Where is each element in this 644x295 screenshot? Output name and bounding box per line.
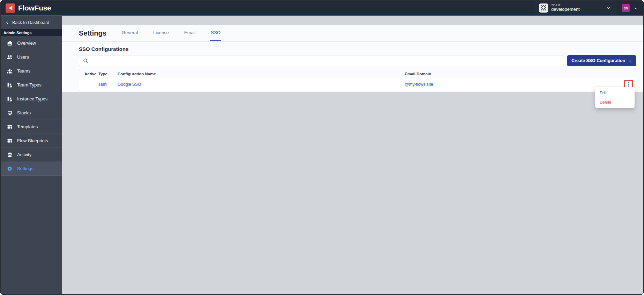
gear-icon (7, 166, 13, 172)
user-group-icon (7, 68, 13, 74)
create-button-label: Create SSO Configuration (571, 58, 625, 63)
color-swatch-icon (7, 96, 13, 102)
top-header: FlowFuse (1, 1, 643, 16)
tab-email[interactable]: Email (184, 25, 196, 41)
desktop-icon (7, 110, 13, 116)
team-avatar-icon (539, 3, 548, 13)
column-header-email-domain: Email Domain (399, 70, 612, 78)
table-header-row: Active Type Configuration Name Email Dom… (79, 70, 636, 78)
user-menu[interactable]: sh (616, 4, 643, 12)
row-context-menu: Edit Delete (595, 87, 635, 108)
sidebar-item-label: Team Types (17, 82, 42, 88)
page-title: Settings (79, 29, 106, 37)
user-avatar: sh (622, 4, 630, 12)
table-row[interactable]: saml Google SSO @my-flows.site (79, 78, 636, 91)
back-to-dashboard-button[interactable]: ‹ Back to Dashboard (1, 16, 62, 29)
sidebar-item-team-types[interactable]: Team Types (1, 78, 62, 92)
sidebar-item-label: Templates (17, 124, 38, 129)
admin-settings-label: Admin Settings (1, 29, 62, 36)
template-icon (7, 138, 13, 144)
menu-item-delete[interactable]: Delete (595, 97, 635, 107)
sidebar-item-teams[interactable]: Teams (1, 64, 62, 78)
plus-icon: + (628, 58, 632, 64)
toolbar: Create SSO Configuration + (62, 55, 643, 66)
tab-general[interactable]: General (121, 25, 138, 41)
search-input[interactable] (91, 58, 560, 63)
chevron-down-icon (606, 6, 611, 10)
create-sso-configuration-button[interactable]: Create SSO Configuration + (567, 55, 636, 66)
tab-license[interactable]: License (152, 25, 170, 41)
sidebar-item-label: Flow Blueprints (17, 138, 48, 143)
sidebar-item-overview[interactable]: Overview (1, 36, 62, 50)
search-box[interactable] (79, 55, 564, 66)
sidebar-item-templates[interactable]: Templates (1, 120, 62, 134)
sidebar-item-label: Stacks (17, 110, 31, 115)
sidebar-item-flow-blueprints[interactable]: Flow Blueprints (1, 134, 62, 148)
chevron-down-icon (634, 6, 638, 10)
app-window: FlowFuse (0, 0, 644, 295)
flowfuse-logo[interactable]: FlowFuse (6, 3, 51, 13)
main-area: Settings General License Email SSO SSO C… (62, 16, 643, 295)
database-icon (7, 152, 13, 158)
sidebar-item-label: Activity (17, 152, 31, 157)
sidebar-item-label: Settings (17, 166, 33, 171)
team-selector[interactable]: TEAM: developement (533, 1, 616, 15)
search-icon (83, 58, 88, 63)
template-icon (7, 124, 13, 130)
cell-configuration-name-link[interactable]: Google SSO (118, 82, 141, 87)
cell-type-link[interactable]: saml (98, 82, 107, 87)
brand-name: FlowFuse (18, 4, 51, 12)
menu-item-edit[interactable]: Edit (595, 88, 635, 97)
chevron-left-icon: ‹ (6, 19, 8, 25)
flowfuse-logo-icon (6, 3, 15, 13)
tabs-row: Settings General License Email SSO (62, 25, 643, 41)
sidebar-item-users[interactable]: Users (1, 50, 62, 64)
briefcase-icon (7, 40, 13, 46)
column-header-actions (612, 70, 636, 78)
sidebar-item-activity[interactable]: Activity (1, 148, 62, 162)
sidebar-item-label: Teams (17, 68, 30, 74)
tab-sso[interactable]: SSO (210, 25, 221, 41)
color-swatch-icon (7, 82, 13, 88)
column-header-active: Active (79, 70, 93, 78)
users-icon (7, 54, 13, 60)
cell-email-domain-link[interactable]: @my-flows.site (405, 82, 433, 87)
sidebar-item-settings[interactable]: Settings (1, 162, 62, 176)
sidebar-item-label: Users (17, 54, 29, 60)
team-name: developement (551, 7, 580, 12)
column-header-configuration-name: Configuration Name (112, 70, 399, 78)
sidebar-item-instance-types[interactable]: Instance Types (1, 92, 62, 106)
section-title: SSO Configurations (79, 46, 643, 52)
settings-panel: Settings General License Email SSO SSO C… (62, 25, 643, 92)
back-to-dashboard-label: Back to Dashboard (12, 20, 49, 25)
tabs: General License Email SSO (121, 25, 235, 41)
sidebar-item-label: Instance Types (17, 96, 47, 101)
sidebar-item-label: Overview (17, 40, 36, 46)
sso-configurations-table: Active Type Configuration Name Email Dom… (79, 70, 636, 91)
header-right: TEAM: developement sh (533, 1, 643, 15)
kebab-dots-icon (627, 82, 631, 87)
sidebar-item-stacks[interactable]: Stacks (1, 106, 62, 120)
sidebar: ‹ Back to Dashboard Admin Settings Overv… (1, 16, 62, 295)
cell-active (79, 78, 93, 91)
